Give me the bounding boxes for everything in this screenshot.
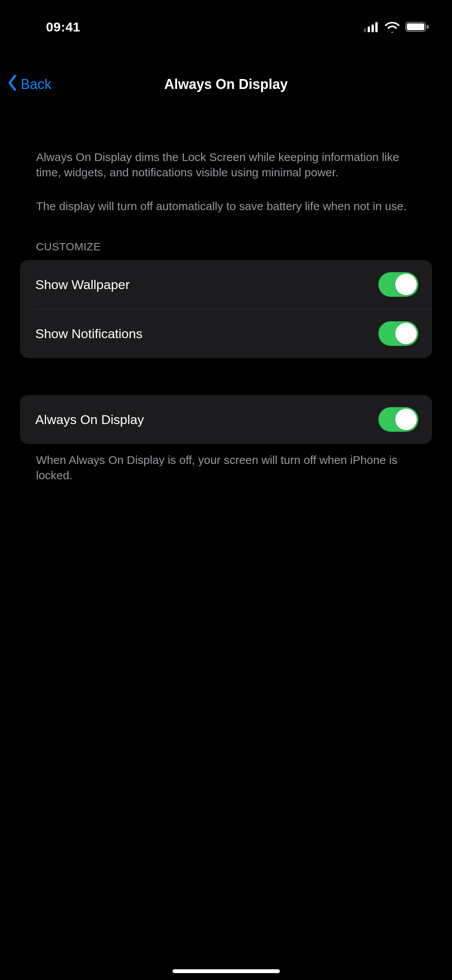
cell-label: Show Notifications bbox=[35, 326, 143, 341]
page-title: Always On Display bbox=[0, 76, 452, 92]
always-on-display-toggle[interactable] bbox=[378, 407, 418, 432]
customize-section-header: CUSTOMIZE bbox=[20, 241, 432, 253]
svg-rect-0 bbox=[364, 28, 366, 32]
home-indicator[interactable] bbox=[173, 969, 280, 973]
cell-label: Show Wallpaper bbox=[35, 277, 130, 292]
main-group: Always On Display bbox=[20, 395, 432, 444]
show-notifications-toggle[interactable] bbox=[378, 321, 418, 346]
chevron-left-icon bbox=[7, 74, 18, 95]
description-para-1: Always On Display dims the Lock Screen w… bbox=[20, 150, 432, 180]
status-bar: 09:41 bbox=[0, 0, 452, 54]
status-icons bbox=[364, 21, 429, 33]
back-button[interactable]: Back bbox=[7, 74, 51, 95]
show-wallpaper-toggle[interactable] bbox=[378, 272, 418, 297]
svg-rect-5 bbox=[407, 23, 424, 30]
status-time: 09:41 bbox=[46, 20, 80, 35]
battery-icon bbox=[405, 21, 429, 32]
wifi-icon bbox=[385, 21, 400, 33]
description-para-2: The display will turn off automatically … bbox=[20, 199, 432, 214]
svg-rect-3 bbox=[375, 22, 378, 32]
show-notifications-cell[interactable]: Show Notifications bbox=[20, 309, 432, 358]
main-section-footer: When Always On Display is off, your scre… bbox=[20, 444, 432, 483]
cell-label: Always On Display bbox=[35, 412, 144, 427]
customize-group: Show Wallpaper Show Notifications bbox=[20, 260, 432, 358]
svg-rect-1 bbox=[368, 26, 370, 32]
nav-bar: Back Always On Display bbox=[0, 67, 452, 102]
cellular-icon bbox=[364, 21, 379, 32]
svg-rect-6 bbox=[427, 25, 429, 29]
content: Always On Display dims the Lock Screen w… bbox=[0, 150, 452, 483]
back-label: Back bbox=[21, 76, 51, 92]
show-wallpaper-cell[interactable]: Show Wallpaper bbox=[20, 260, 432, 309]
always-on-display-cell[interactable]: Always On Display bbox=[20, 395, 432, 444]
svg-rect-2 bbox=[371, 25, 374, 32]
